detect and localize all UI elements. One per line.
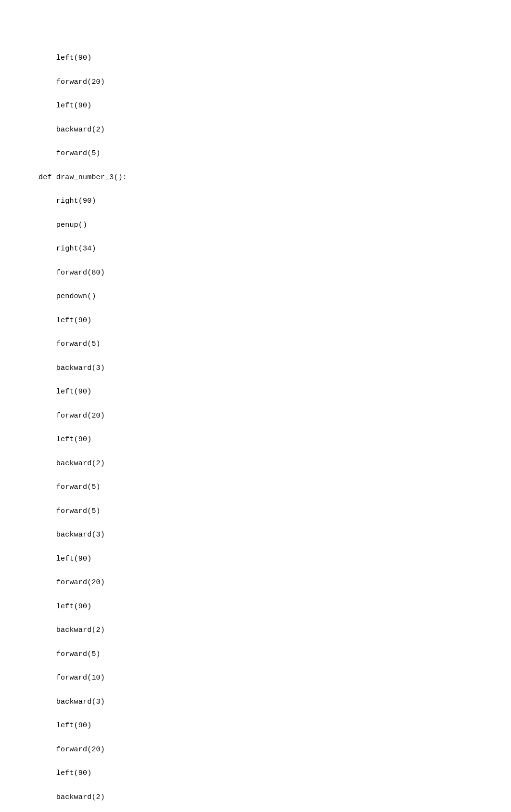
code-line: forward(5)	[38, 484, 511, 492]
code-line: forward(20)	[38, 579, 511, 587]
code-line: backward(2)	[38, 794, 511, 802]
code-line: forward(80)	[38, 269, 511, 277]
code-line: left(90)	[38, 770, 511, 778]
code-line: left(90)	[38, 102, 511, 110]
code-line: left(90)	[38, 555, 511, 563]
code-line: backward(2)	[38, 126, 511, 134]
code-line: right(90)	[38, 197, 511, 206]
code-document: left(90) forward(20) left(90) backward(2…	[0, 0, 511, 812]
code-line: left(90)	[38, 722, 511, 730]
code-line: left(90)	[38, 436, 511, 444]
code-line: left(90)	[38, 54, 511, 63]
code-line: forward(5)	[38, 341, 511, 349]
code-line: forward(20)	[38, 79, 511, 87]
code-line: left(90)	[38, 317, 511, 325]
code-line: backward(2)	[38, 627, 511, 635]
code-line: left(90)	[38, 603, 511, 611]
code-line: backward(3)	[38, 698, 511, 707]
code-line: forward(5)	[38, 651, 511, 659]
code-line: forward(20)	[38, 746, 511, 754]
code-line-def: def draw_number_3():	[38, 174, 511, 182]
code-line: left(90)	[38, 388, 511, 396]
code-line: backward(3)	[38, 365, 511, 373]
code-line: backward(3)	[38, 531, 511, 539]
code-line: forward(5)	[38, 508, 511, 516]
code-line: forward(5)	[38, 150, 511, 158]
code-line: backward(2)	[38, 460, 511, 468]
code-line: forward(20)	[38, 412, 511, 420]
upper-code-block: left(90) forward(20) left(90) backward(2…	[38, 39, 511, 812]
code-line: pendown()	[38, 293, 511, 301]
code-line: forward(10)	[38, 674, 511, 682]
code-line: penup()	[38, 222, 511, 230]
code-line: right(34)	[38, 245, 511, 253]
